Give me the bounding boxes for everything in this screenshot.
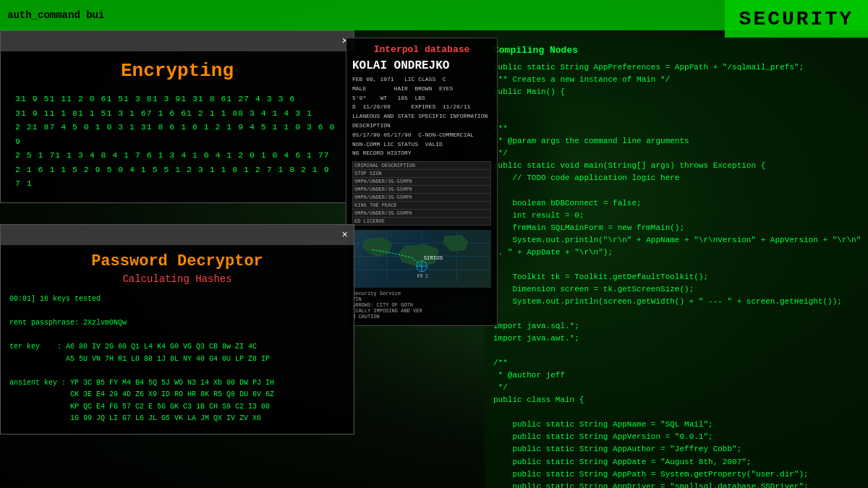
code-panel: Compiling Nodes public static String App… xyxy=(485,38,868,488)
interpol-table-cell: ED LICENSE xyxy=(353,218,491,226)
decrypt-line: 1G 99 JQ LI G7 L6 JL G5 VK LA JM QX IV Z… xyxy=(9,413,345,425)
decrypt-line: ter key : A6 80 IV 2G 60 Q1 L4 K4 G0 VG … xyxy=(9,341,345,354)
interpol-security-service: Security Service VIN ARROWS: CITY OF GOT… xyxy=(352,291,491,320)
decrypt-line: A5 5U VN 7H R1 L0 88 1J 8L NY 40 G4 0U L… xyxy=(9,354,345,366)
decrypt-window: × Password Decryptor Calculating Hashes … xyxy=(0,224,354,435)
interpol-table-cell: 6MPH/UNDER/35-55MPH xyxy=(353,210,491,218)
code-text: public static String AppPreferences = Ap… xyxy=(493,61,859,488)
encrypt-window: × Encrypting 31 9 51 11 2 0 61 51 3 81 3… xyxy=(0,30,354,203)
interpol-name: KOLAI ONDREJKO xyxy=(352,59,491,72)
interpol-panel: Interpol database KOLAI ONDREJKO FEB 09,… xyxy=(346,38,498,326)
encrypt-number-line: 2 5 1 71 1 3 4 8 4 1 7 6 1 3 4 1 0 4 1 2… xyxy=(15,148,339,163)
encrypt-title: Encrypting xyxy=(1,51,354,87)
interpol-table-cell: CRIMINAL DESCRIPTION xyxy=(353,162,491,170)
svg-marker-8 xyxy=(443,235,468,251)
decrypt-line: 00:01] 16 keys tested xyxy=(9,294,345,306)
interpol-header: Interpol database xyxy=(352,44,491,55)
decrypt-line xyxy=(9,306,345,318)
decrypt-line: ansient key : YP 3C B5 FY M4 B4 5Q 5J WO… xyxy=(9,377,345,390)
encrypt-numbers-block: 31 9 51 11 2 0 61 51 3 81 3 91 31 8 61 2… xyxy=(1,87,354,202)
decrypt-titlebar: × xyxy=(1,225,354,245)
interpol-table-cell: 6MPH/UNDER/35-55MPH xyxy=(353,186,491,194)
topbar-text: auth_command bui xyxy=(7,9,104,21)
decrypt-line: KP QC E4 FG 57 C2 E 5G GK C3 1B CH S9 C2… xyxy=(9,401,345,414)
decrypt-line: CK 3E E4 29 4D Z6 X9 ID RO HR 8K R5 Q8 D… xyxy=(9,389,345,401)
decrypt-close-button[interactable]: × xyxy=(342,229,348,241)
decrypt-subtitle: Calculating Hashes xyxy=(1,273,354,285)
encrypt-titlebar: × xyxy=(1,31,354,51)
interpol-table-cell: 6MPH/UNDER/35-55MPH xyxy=(353,178,491,186)
encrypt-number-line: 2 21 87 4 5 0 1 0 3 1 31 8 6 1 6 1 2 1 9… xyxy=(15,120,339,148)
interpol-record-table: CRIMINAL DESCRIPTIONSTOP SIGN6MPH/UNDER/… xyxy=(352,161,491,226)
svg-text:SIRIUS: SIRIUS xyxy=(424,255,443,261)
decrypt-content: 00:01] 16 keys tested rent passphrase: 2… xyxy=(1,291,354,434)
decrypt-line xyxy=(9,365,345,377)
decrypt-line: rent passphrase: 2XzlvmONQw xyxy=(9,317,345,330)
svg-marker-6 xyxy=(362,238,392,257)
interpol-map: SIRIUS KM 2 xyxy=(352,230,491,288)
interpol-table-cell: STOP SIGN xyxy=(353,170,491,178)
map-svg: SIRIUS KM 2 xyxy=(352,230,491,283)
svg-text:KM 2: KM 2 xyxy=(417,274,428,279)
decrypt-title: Password Decryptor xyxy=(1,245,354,273)
security-label-box: SECURITY xyxy=(725,0,868,38)
interpol-table-cell: 6MPH/UNDER/35-55MPH xyxy=(353,194,491,202)
decrypt-line xyxy=(9,330,345,342)
security-text: SECURITY xyxy=(739,8,854,30)
code-panel-header: Compiling Nodes xyxy=(493,45,859,56)
encrypt-number-line: 31 9 11 1 81 1 51 3 1 67 1 6 61 2 1 1 88… xyxy=(15,106,339,121)
interpol-table-cell: KING THE PEACE xyxy=(353,202,491,210)
encrypt-number-line: 31 9 51 11 2 0 61 51 3 81 3 91 31 8 61 2… xyxy=(15,92,339,106)
encrypt-number-line: 2 1 6 1 1 5 2 9 5 0 4 1 5 5 1 2 3 1 1 8 … xyxy=(15,163,339,191)
interpol-info: FEB 09, 1971 LIC CLASS C MALE HAIR BROWN… xyxy=(352,75,491,158)
